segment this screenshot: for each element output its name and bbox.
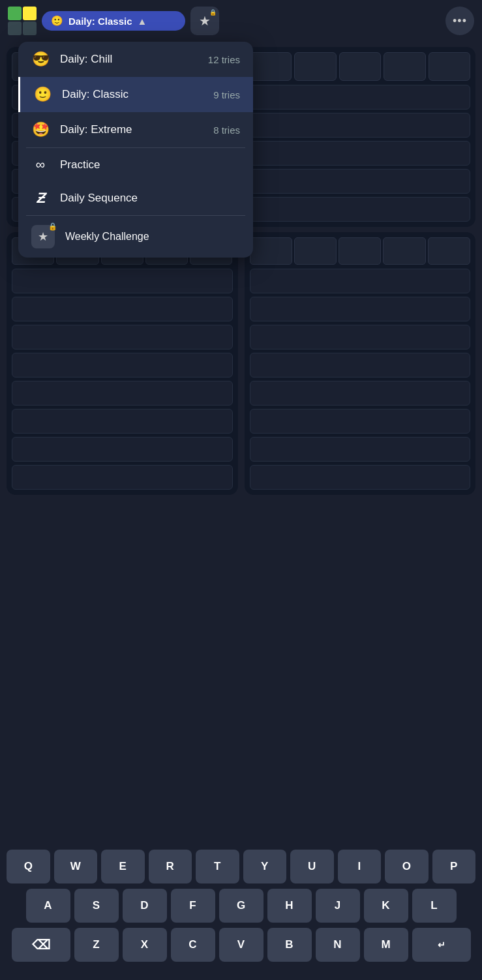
letter-cell xyxy=(294,52,337,81)
lock-icon: 🔒 xyxy=(209,9,217,16)
key-o[interactable]: O xyxy=(385,850,429,883)
chill-icon: 😎 xyxy=(31,51,50,68)
letter-row-5 xyxy=(250,52,471,81)
weekly-star-icon: ★ xyxy=(38,230,48,244)
logo-cell-1 xyxy=(8,7,22,20)
practice-label: Practice xyxy=(60,158,240,171)
weekly-lock-icon: 🔒 xyxy=(48,222,57,231)
dropdown-item-weekly[interactable]: ★ 🔒 Weekly Challenge xyxy=(18,216,253,258)
word-row xyxy=(250,269,471,293)
key-s[interactable]: S xyxy=(74,889,119,923)
keyboard: Q W E R T Y U I O P A S D F G H J K L ⌫ … xyxy=(0,843,482,980)
word-row xyxy=(250,381,471,406)
key-w[interactable]: W xyxy=(54,850,98,883)
word-row xyxy=(12,381,233,406)
key-p[interactable]: P xyxy=(432,850,476,883)
word-row xyxy=(250,141,471,166)
key-z[interactable]: Z xyxy=(74,928,119,962)
word-row xyxy=(12,325,233,349)
key-j[interactable]: J xyxy=(316,889,360,923)
key-l[interactable]: L xyxy=(412,889,457,923)
dropdown-item-extreme[interactable]: 🤩 Daily: Extreme 8 tries xyxy=(18,112,253,147)
classic-tries: 9 tries xyxy=(213,89,240,100)
letter-cell xyxy=(294,237,337,265)
word-row xyxy=(250,85,471,110)
logo-cell-4 xyxy=(23,22,37,35)
key-t[interactable]: T xyxy=(196,850,239,883)
app-logo xyxy=(8,7,37,35)
word-rows-5-top xyxy=(250,85,471,222)
word-rows-bottom-left xyxy=(12,269,233,490)
star-button[interactable]: ★ 🔒 xyxy=(190,7,219,35)
key-q[interactable]: Q xyxy=(7,850,50,883)
word-row xyxy=(12,437,233,462)
key-enter[interactable]: ↵ xyxy=(412,928,471,962)
game-area-bottom xyxy=(0,232,482,501)
extreme-label: Daily: Extreme xyxy=(60,123,203,136)
key-m[interactable]: M xyxy=(364,928,408,962)
dropdown-item-classic[interactable]: 🙂 Daily: Classic 9 tries xyxy=(18,77,253,112)
dropdown-item-daily-sequence[interactable]: Ƶ Daily Sequence xyxy=(18,181,253,215)
key-u[interactable]: U xyxy=(290,850,334,883)
header: 🙂 Daily: Classic ▲ ★ 🔒 ••• xyxy=(0,0,482,42)
keyboard-row-1: Q W E R T Y U I O P xyxy=(7,850,475,883)
key-n[interactable]: N xyxy=(316,928,360,962)
key-r[interactable]: R xyxy=(149,850,192,883)
word-row xyxy=(12,409,233,434)
word-row xyxy=(12,465,233,490)
grid-panel-5-letter-right xyxy=(245,232,476,495)
chevron-up-icon: ▲ xyxy=(138,16,147,27)
sequence-icon: Ƶ xyxy=(31,190,50,206)
key-i[interactable]: I xyxy=(338,850,382,883)
word-row xyxy=(250,409,471,434)
letter-cell xyxy=(429,52,471,81)
word-row xyxy=(250,353,471,378)
weekly-icon-wrap: ★ 🔒 xyxy=(31,225,55,248)
word-row xyxy=(250,169,471,194)
chill-tries: 12 tries xyxy=(208,54,240,65)
key-h[interactable]: H xyxy=(267,889,312,923)
mode-icon: 🙂 xyxy=(51,15,63,27)
grid-panel-5-letter-left xyxy=(7,232,238,495)
key-x[interactable]: X xyxy=(123,928,167,962)
word-row xyxy=(12,269,233,293)
chill-label: Daily: Chill xyxy=(60,53,198,66)
key-c[interactable]: C xyxy=(171,928,215,962)
more-icon: ••• xyxy=(453,14,467,28)
word-row xyxy=(250,465,471,490)
letter-cell xyxy=(428,237,470,265)
key-k[interactable]: K xyxy=(364,889,408,923)
key-g[interactable]: G xyxy=(219,889,264,923)
classic-icon: 🙂 xyxy=(33,86,52,103)
word-row xyxy=(250,325,471,349)
word-row xyxy=(12,297,233,321)
logo-cell-3 xyxy=(8,22,22,35)
keyboard-row-2: A S D F G H J K L xyxy=(7,889,475,923)
mode-dropdown: 😎 Daily: Chill 12 tries 🙂 Daily: Classic… xyxy=(18,42,253,258)
sequence-label: Daily Sequence xyxy=(60,192,240,205)
word-row xyxy=(250,297,471,321)
more-button[interactable]: ••• xyxy=(445,7,474,35)
key-backspace[interactable]: ⌫ xyxy=(12,928,70,962)
word-row xyxy=(250,437,471,462)
dropdown-item-practice[interactable]: ∞ Practice xyxy=(18,148,253,181)
letter-cell xyxy=(383,237,425,265)
letter-cell xyxy=(339,52,382,81)
dropdown-item-chill[interactable]: 😎 Daily: Chill 12 tries xyxy=(18,42,253,77)
practice-icon: ∞ xyxy=(31,157,50,172)
mode-selector-button[interactable]: 🙂 Daily: Classic ▲ xyxy=(42,11,185,31)
extreme-icon: 🤩 xyxy=(31,121,50,138)
logo-cell-2 xyxy=(23,7,37,20)
key-a[interactable]: A xyxy=(26,889,70,923)
key-f[interactable]: F xyxy=(171,889,215,923)
word-row xyxy=(250,197,471,222)
key-b[interactable]: B xyxy=(267,928,312,962)
key-y[interactable]: Y xyxy=(243,850,287,883)
mode-label: Daily: Classic xyxy=(68,16,132,27)
key-e[interactable]: E xyxy=(101,850,145,883)
weekly-label: Weekly Challenge xyxy=(65,231,149,243)
letter-cell xyxy=(384,52,426,81)
key-v[interactable]: V xyxy=(219,928,264,962)
key-d[interactable]: D xyxy=(123,889,167,923)
five-letter-row-right xyxy=(250,237,471,265)
